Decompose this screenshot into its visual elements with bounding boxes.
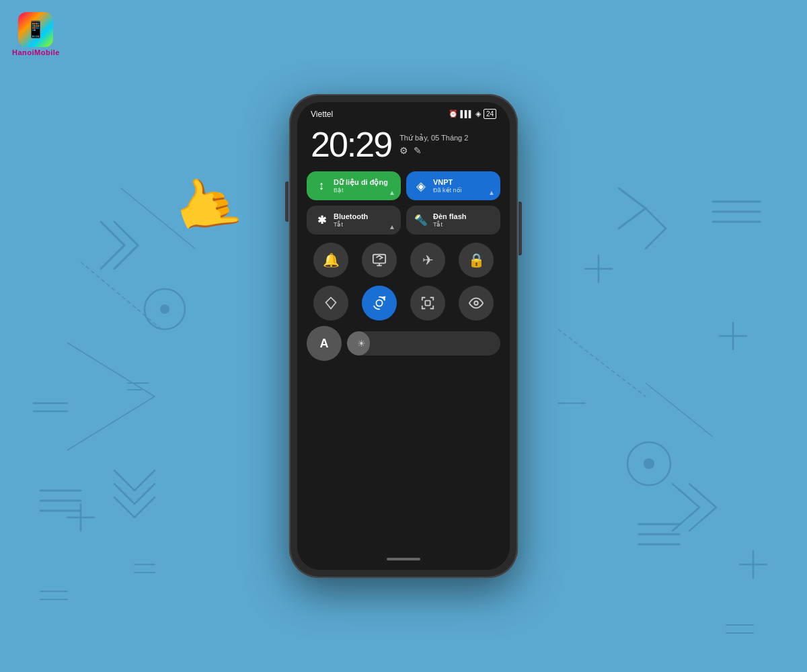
phone-outer: Viettel ⏰ ▌▌▌ ◈ 24 20:29 Thứ bảy, 05 Thá… <box>289 94 518 578</box>
phone-screen: Viettel ⏰ ▌▌▌ ◈ 24 20:29 Thứ bảy, 05 Thá… <box>297 102 510 570</box>
svg-point-23 <box>644 458 654 469</box>
font-label: A <box>320 337 329 351</box>
svg-point-0 <box>145 289 185 329</box>
settings-icon[interactable]: ⚙ <box>399 145 408 156</box>
font-button[interactable]: A <box>307 326 342 361</box>
time-action-icons: ⚙ ✎ <box>399 145 468 156</box>
brightness-slider[interactable]: ☀ <box>347 331 500 355</box>
flashlight-title: Đèn flash <box>433 212 492 221</box>
mobile-data-tile[interactable]: ↕ Dữ liệu di động Bật ▲ <box>307 171 401 200</box>
mobile-data-subtitle: Bật <box>334 187 393 194</box>
svg-point-22 <box>627 442 670 485</box>
signal-icon: ▌▌▌ <box>461 110 473 118</box>
battery-icon: 24 <box>484 109 496 119</box>
home-indicator <box>297 551 510 570</box>
bluetooth-title: Bluetooth <box>334 212 393 221</box>
tiles-row-2: ✱ Bluetooth Tắt ▲ 🔦 Đèn flash Tắt <box>307 206 500 235</box>
time-display: 20:29 <box>311 127 391 162</box>
time-details: Thứ bảy, 05 Tháng 2 ⚙ ✎ <box>399 134 468 156</box>
wifi-tile-subtitle: Đã kết nối <box>433 187 492 194</box>
flashlight-icon: 🔦 <box>414 214 428 226</box>
bluetooth-text: Bluetooth Tắt <box>334 212 393 228</box>
eye-button[interactable] <box>459 286 494 321</box>
svg-rect-41 <box>425 301 430 306</box>
edit-icon[interactable]: ✎ <box>414 145 422 156</box>
icon-row-2 <box>307 286 500 321</box>
alarm-icon: ⏰ <box>449 110 458 118</box>
svg-point-42 <box>474 302 478 306</box>
wifi-tile-arrow: ▲ <box>488 189 495 196</box>
time-section: 20:29 Thứ bảy, 05 Tháng 2 ⚙ ✎ <box>297 123 510 171</box>
quick-tiles: ↕ Dữ liệu di động Bật ▲ ◈ VNPT Đã kết nố… <box>297 171 510 235</box>
screen-cast-button[interactable] <box>362 243 397 278</box>
tiles-row-1: ↕ Dữ liệu di động Bật ▲ ◈ VNPT Đã kết nố… <box>307 171 500 200</box>
phone-wrapper: Viettel ⏰ ▌▌▌ ◈ 24 20:29 Thứ bảy, 05 Thá… <box>289 94 518 578</box>
status-bar: Viettel ⏰ ▌▌▌ ◈ 24 <box>297 102 510 123</box>
bluetooth-subtitle: Tắt <box>334 221 393 228</box>
svg-line-2 <box>81 262 161 329</box>
flashlight-tile[interactable]: 🔦 Đèn flash Tắt <box>406 206 500 235</box>
location-button[interactable] <box>313 286 348 321</box>
carrier-label: Viettel <box>311 110 333 119</box>
brightness-fill: ☀ <box>347 331 370 355</box>
brightness-icon: ☀ <box>357 338 366 349</box>
scan-button[interactable] <box>410 286 445 321</box>
bluetooth-tile[interactable]: ✱ Bluetooth Tắt ▲ <box>307 206 401 235</box>
mobile-data-title: Dữ liệu di động <box>334 178 393 187</box>
wifi-status-icon: ◈ <box>475 110 481 118</box>
home-pill <box>387 558 420 560</box>
svg-point-40 <box>376 300 382 306</box>
svg-point-1 <box>160 304 169 314</box>
flashlight-subtitle: Tắt <box>433 221 492 228</box>
flashlight-text: Đèn flash Tắt <box>433 212 492 228</box>
lock-button[interactable]: 🔒 <box>459 243 494 278</box>
wifi-tile-text: VNPT Đã kết nối <box>433 178 492 194</box>
logo-icon: 📱 <box>18 12 53 47</box>
icon-circles-section: 🔔 ✈ 🔒 <box>297 235 510 321</box>
icon-row-1: 🔔 ✈ 🔒 <box>307 243 500 278</box>
wifi-tile-icon: ◈ <box>414 179 428 194</box>
wifi-tile-title: VNPT <box>433 178 492 187</box>
finger-pointer: 🤙 <box>165 164 249 247</box>
airplane-button[interactable]: ✈ <box>410 243 445 278</box>
status-icons: ⏰ ▌▌▌ ◈ 24 <box>449 109 496 119</box>
bell-button[interactable]: 🔔 <box>313 243 348 278</box>
auto-rotate-button[interactable] <box>362 286 397 321</box>
brightness-row: A ☀ <box>297 321 510 361</box>
bluetooth-icon: ✱ <box>315 214 328 226</box>
mobile-data-text: Dữ liệu di động Bật <box>334 178 393 194</box>
svg-line-25 <box>646 383 713 437</box>
bluetooth-arrow: ▲ <box>389 223 395 230</box>
mobile-data-arrow: ▲ <box>389 189 395 196</box>
time-date: Thứ bảy, 05 Tháng 2 <box>399 134 468 142</box>
logo: 📱 HanoiMobile <box>12 12 60 56</box>
svg-line-24 <box>558 329 646 396</box>
wifi-tile[interactable]: ◈ VNPT Đã kết nối ▲ <box>406 171 500 200</box>
logo-text: HanoiMobile <box>12 48 60 56</box>
mobile-data-icon: ↕ <box>315 179 328 193</box>
svg-marker-39 <box>326 298 336 309</box>
